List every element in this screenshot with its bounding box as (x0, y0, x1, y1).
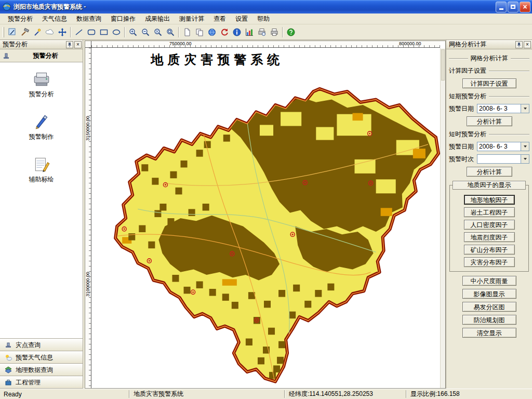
select-icon[interactable] (6, 26, 19, 38)
btn-seismic-factor[interactable]: 地震烈度因子 (464, 232, 515, 242)
bar-disaster-query[interactable]: 灾点查询 (0, 339, 83, 351)
section-title: 短期预警分析 (449, 92, 486, 101)
btn-mine-factor[interactable]: 矿山分布因子 (464, 245, 515, 255)
btn-factor-setting[interactable]: 计算因子设置 (462, 78, 516, 88)
btn-clear-display[interactable]: 清空显示 (462, 328, 516, 338)
toolbar-separator (124, 27, 125, 37)
bar-warning-weather[interactable]: 预警天气信息 (0, 351, 83, 364)
ruler-corner (85, 41, 91, 48)
main-area: 预警分析 × 预警分析 预警分析 预警制作 辅助标绘 (0, 40, 532, 389)
menu-item-help[interactable]: 帮助 (252, 14, 274, 24)
chevron-down-icon[interactable] (521, 155, 529, 163)
app-icon (3, 3, 11, 11)
close-button[interactable]: × (520, 2, 530, 12)
btn-short-time-analyze[interactable]: 分析计算 (467, 167, 512, 177)
wand-icon[interactable] (31, 26, 44, 38)
tool-warning-make[interactable]: 预警制作 (29, 113, 54, 141)
btn-rain-scale[interactable]: 中小尺度雨量 (462, 276, 516, 286)
combo-short-time-date[interactable]: 2008- 6- 3 (477, 142, 529, 151)
menu-item-result-output[interactable]: 成果输出 (140, 14, 175, 24)
left-panel-header: 预警分析 × (0, 40, 83, 49)
combo-short-time-period[interactable] (477, 154, 529, 164)
menu-item-warning-analysis[interactable]: 预警分析 (3, 14, 37, 24)
print-preview-icon[interactable] (256, 26, 268, 38)
toolbar-grip[interactable] (3, 27, 4, 37)
chart-icon[interactable] (243, 26, 256, 38)
date-label: 预警日期 (449, 142, 475, 151)
btn-disaster-factor[interactable]: 灾害分布因子 (464, 257, 515, 267)
district-map[interactable] (92, 48, 440, 388)
toolbar-separator (178, 27, 179, 37)
btn-image-display[interactable]: 影像图显示 (462, 289, 516, 299)
refresh-icon[interactable] (218, 26, 231, 38)
map-canvas-area[interactable]: 地质灾害预警系统 (92, 48, 440, 388)
zoom-window-icon[interactable] (164, 26, 177, 38)
section-factor-setting: 计算因子设置 (449, 66, 529, 75)
combo-short-term-date[interactable]: 2008- 6- 3 (477, 104, 529, 113)
menu-item-settings[interactable]: 设置 (231, 14, 252, 24)
line-icon[interactable] (73, 26, 85, 38)
zoom-out-icon[interactable] (139, 26, 152, 38)
cloud-icon[interactable] (44, 26, 56, 38)
copy-icon[interactable] (193, 26, 206, 38)
bar-label: 工程管理 (16, 378, 41, 387)
left-panel-close-icon[interactable]: × (74, 41, 82, 48)
ruler-left: 3150000.00 3100000.00 (85, 48, 91, 388)
tool-aux-draw[interactable]: 辅助标绘 (29, 156, 54, 184)
left-panel-section-title: 预警分析 (10, 51, 81, 60)
status-scale: 显示比例:166.158 (407, 390, 532, 398)
right-panel-title: 网格分析计算 (449, 40, 514, 49)
btn-terrain-factor[interactable]: 地形地貌因子 (464, 195, 515, 205)
combo-value: 2008- 6- 3 (477, 142, 521, 151)
section-short-term: 短期预警分析 (449, 92, 529, 101)
menu-item-view[interactable]: 查看 (209, 14, 231, 24)
menu-item-data-query[interactable]: 数据查询 (72, 14, 106, 24)
short-time-date-row: 预警日期 2008- 6- 3 (449, 142, 529, 151)
bar-label: 预警天气信息 (16, 353, 53, 362)
roundrect-icon[interactable] (85, 26, 98, 38)
pen-hand-icon (32, 113, 51, 130)
page-icon[interactable] (181, 26, 193, 38)
group-title-button[interactable]: 地质因子的显示 (453, 181, 526, 190)
map-view: 750000.00 800000.00 3150000.00 3100000.0… (85, 41, 446, 389)
btn-geotech-factor[interactable]: 岩土工程因子 (464, 207, 515, 217)
right-panel-close-icon[interactable]: × (524, 41, 531, 48)
map-vscrollbar[interactable] (440, 48, 445, 388)
ellipse-icon[interactable] (110, 26, 123, 38)
minimize-button[interactable] (496, 2, 507, 12)
btn-prevention-plan[interactable]: 防治规划图 (462, 315, 516, 325)
map-layers-icon (5, 366, 12, 374)
tool-warning-analysis[interactable]: 预警分析 (29, 71, 54, 99)
pushpin-icon[interactable] (515, 41, 523, 48)
scrollbar-thumb[interactable] (441, 49, 445, 81)
menu-item-measure[interactable]: 测量计算 (175, 14, 209, 24)
chevron-down-icon[interactable] (521, 142, 529, 151)
print-icon[interactable] (268, 26, 281, 38)
menu-item-weather-info[interactable]: 天气信息 (37, 14, 72, 24)
chevron-down-icon[interactable] (521, 104, 529, 113)
bar-project-management[interactable]: 工程管理 (0, 376, 83, 389)
rect-icon[interactable] (98, 26, 110, 38)
maximize-button[interactable] (508, 2, 518, 12)
pan-icon[interactable] (56, 26, 69, 38)
bar-label: 地理数据查询 (16, 366, 53, 375)
menu-bar: 预警分析 天气信息 数据查询 窗口操作 成果输出 测量计算 查看 设置 帮助 (0, 14, 532, 24)
tool-label: 预警分析 (29, 90, 54, 99)
hammer-icon[interactable] (19, 26, 31, 38)
btn-population-factor[interactable]: 人口密度因子 (464, 220, 515, 230)
info-icon[interactable] (231, 26, 243, 38)
pushpin-icon[interactable] (66, 41, 73, 48)
btn-susceptibility-map[interactable]: 易发分区图 (462, 302, 516, 312)
printer-3d-icon (32, 71, 51, 87)
ruler-top-label: 750000.00 (169, 41, 192, 46)
help-icon[interactable] (285, 26, 297, 38)
briefcase-icon (5, 379, 12, 386)
bar-geo-data-query[interactable]: 地理数据查询 (0, 364, 83, 376)
menu-item-window-ops[interactable]: 窗口操作 (106, 14, 140, 24)
btn-short-term-analyze[interactable]: 分析计算 (467, 116, 512, 126)
globe-icon[interactable] (206, 26, 218, 38)
zoom-in-icon[interactable] (127, 26, 139, 38)
zoom-extent-icon[interactable] (152, 26, 164, 38)
section-title: 计算因子设置 (449, 66, 486, 75)
group-geological-factors: 地质因子的显示 地形地貌因子 岩土工程因子 人口密度因子 地震烈度因子 矿山分布… (449, 185, 529, 272)
